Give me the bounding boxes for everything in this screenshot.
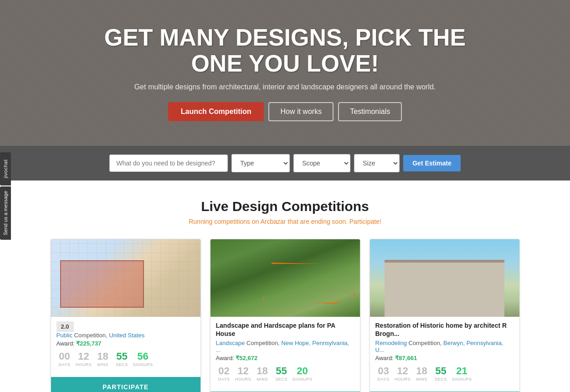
- card-type-link-2[interactable]: Landscape: [216, 340, 245, 346]
- competition-card-3: Restoration of Historic home by architec…: [370, 239, 520, 392]
- hero-section: GET MANY DESIGNS, PICK THE ONE YOU LOVE!…: [0, 0, 570, 146]
- card-award-value-1: ₹225,737: [76, 340, 101, 347]
- hours-label-2: HOURS: [235, 377, 251, 382]
- hours-label-3: HOURS: [395, 377, 411, 382]
- signups-label-1: SIGNUPS: [133, 362, 153, 367]
- signups-label-2: SIGNUPS: [293, 377, 313, 382]
- countdown-mins-3: 18 MINS: [414, 366, 430, 382]
- countdown-mins-1: 18 MINS: [95, 351, 111, 367]
- card-award-3: Award: ₹87,661: [375, 355, 514, 361]
- card-badge-1: 2.0: [56, 321, 74, 332]
- section-subtitle: Running competitions on Arcbazar that ar…: [27, 218, 543, 225]
- competition-card-2: Landscape and Hardscape plans for PA Hou…: [210, 239, 360, 392]
- competition-card-1: 2.0 Public Competition, United States Aw…: [51, 239, 201, 392]
- countdown-1: 00 DAYS 12 HOURS 18 MINS 55 SECS: [56, 351, 195, 367]
- secs-label-3: SECS: [435, 377, 447, 382]
- card-title-3: Restoration of Historic home by architec…: [375, 321, 514, 338]
- days-num-1: 00: [59, 351, 70, 361]
- card-title-2: Landscape and Hardscape plans for PA Hou…: [216, 321, 354, 338]
- countdown-mins-2: 18 MINS: [254, 366, 271, 382]
- mins-label-1: MINS: [97, 362, 108, 367]
- get-estimate-button[interactable]: Get Estimate: [403, 155, 461, 171]
- card-meta-type-1: Public Competition, United States: [56, 332, 195, 339]
- hours-num-2: 12: [237, 366, 248, 376]
- card-competition-label-2: Competition,: [246, 340, 282, 346]
- testimonials-button[interactable]: Testimonials: [338, 102, 402, 121]
- hero-buttons: Launch Competition How it works Testimon…: [103, 102, 467, 121]
- days-label-2: DAYS: [218, 377, 230, 382]
- jivochat-panel[interactable]: Send us a message: [0, 186, 11, 240]
- mins-num-3: 18: [416, 366, 427, 376]
- hero-subtitle: Get multiple designs from architectural,…: [103, 83, 467, 91]
- countdown-secs-2: 55 SECS: [273, 366, 290, 382]
- secs-label-1: SECS: [116, 362, 128, 367]
- card-body-2: Landscape and Hardscape plans for PA Hou…: [211, 317, 360, 392]
- hours-num-3: 12: [397, 366, 408, 376]
- countdown-hours-2: 12 HOURS: [235, 366, 252, 382]
- size-select[interactable]: SizeSmallMediumLarge: [354, 154, 400, 172]
- search-input[interactable]: [109, 155, 228, 172]
- countdown-signups-3: 21 SIGNUPS: [452, 366, 472, 382]
- jivochat-tab[interactable]: jivochat: [0, 152, 11, 186]
- card-image-2: [211, 239, 360, 317]
- mins-num-2: 18: [257, 366, 267, 376]
- card-type-link-3[interactable]: Remodeling: [375, 340, 407, 346]
- days-label-3: DAYS: [378, 377, 390, 382]
- countdown-secs-1: 55 SECS: [114, 351, 130, 367]
- card-type-link-1[interactable]: Public: [56, 332, 72, 339]
- countdown-days-1: 00 DAYS: [56, 351, 73, 367]
- type-select[interactable]: TypeArchitecturalInteriorLandscape: [231, 154, 290, 172]
- participate-button-1[interactable]: PARTICIPATE: [51, 377, 200, 392]
- jivochat-sidebar[interactable]: jivochat Send us a message: [0, 152, 11, 240]
- launch-competition-button[interactable]: Launch Competition: [168, 102, 264, 121]
- countdown-hours-1: 12 HOURS: [76, 351, 92, 367]
- competition-cards-row: 2.0 Public Competition, United States Aw…: [27, 239, 543, 392]
- card-competition-label-1: Competition,: [74, 332, 109, 339]
- countdown-signups-1: 56 SIGNUPS: [133, 351, 153, 367]
- countdown-3: 03 DAYS 12 HOURS 18 MINS 55 SECS: [375, 366, 514, 382]
- hours-num-1: 12: [78, 351, 89, 361]
- how-it-works-button[interactable]: How it works: [268, 102, 334, 121]
- card-meta-type-3: Remodeling Competition, Berwyn, Pennsylv…: [375, 340, 514, 353]
- countdown-hours-3: 12 HOURS: [395, 366, 411, 382]
- main-content: Live Design Competitions Running competi…: [0, 181, 570, 392]
- signups-num-3: 21: [456, 366, 467, 376]
- countdown-secs-3: 55 SECS: [433, 366, 449, 382]
- section-title: Live Design Competitions: [27, 199, 543, 214]
- card-location-link-1[interactable]: United States: [109, 332, 144, 339]
- card-award-2: Award: ₹52,672: [216, 355, 354, 361]
- countdown-2: 02 DAYS 12 HOURS 18 MINS 55 SECS: [216, 366, 354, 382]
- card-award-1: Award: ₹225,737: [56, 340, 195, 347]
- hero-title: GET MANY DESIGNS, PICK THE ONE YOU LOVE!: [103, 25, 467, 77]
- secs-num-3: 55: [435, 366, 446, 376]
- card-image-1: [51, 239, 200, 317]
- days-label-1: DAYS: [59, 362, 71, 367]
- signups-num-1: 56: [137, 351, 148, 361]
- days-num-3: 03: [378, 366, 389, 376]
- search-bar: TypeArchitecturalInteriorLandscape Scope…: [0, 146, 570, 181]
- signups-num-2: 20: [297, 366, 308, 376]
- countdown-days-3: 03 DAYS: [375, 366, 392, 382]
- hours-label-1: HOURS: [76, 362, 92, 367]
- card-award-value-2: ₹52,672: [236, 355, 257, 361]
- card-competition-label-3: Competition,: [409, 340, 444, 346]
- card-award-value-3: ₹87,661: [395, 355, 417, 361]
- countdown-days-2: 02 DAYS: [216, 366, 232, 382]
- card-image-3: [370, 239, 519, 317]
- mins-num-1: 18: [97, 351, 108, 361]
- mins-label-2: MINS: [257, 377, 268, 382]
- signups-label-3: SIGNUPS: [452, 377, 472, 382]
- countdown-signups-2: 20 SIGNUPS: [293, 366, 313, 382]
- secs-label-2: SECS: [275, 377, 288, 382]
- secs-num-2: 55: [276, 366, 287, 376]
- hero-content: GET MANY DESIGNS, PICK THE ONE YOU LOVE!…: [85, 25, 486, 121]
- mins-label-3: MINS: [416, 377, 427, 382]
- scope-select[interactable]: ScopeResidentialCommercial: [293, 154, 350, 172]
- days-num-2: 02: [218, 366, 229, 376]
- card-body-1: 2.0 Public Competition, United States Aw…: [51, 317, 200, 377]
- secs-num-1: 55: [116, 351, 127, 361]
- card-body-3: Restoration of Historic home by architec…: [370, 317, 519, 392]
- card-meta-type-2: Landscape Competition, New Hope, Pennsyl…: [216, 340, 354, 353]
